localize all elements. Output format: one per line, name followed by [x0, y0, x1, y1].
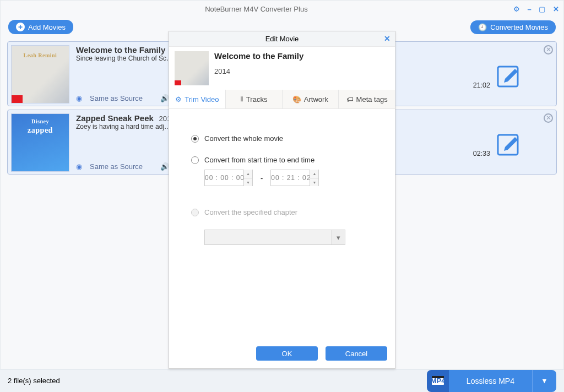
start-time-input[interactable]: 00 : 00 : 00 ▲ ▼ [204, 170, 253, 186]
minimize-icon[interactable]: – [528, 5, 532, 13]
format-icon: MP4 [427, 370, 449, 392]
end-time-input[interactable]: 00 : 21 : 02 ▲ ▼ [270, 170, 319, 186]
dialog-tabs: ⚙ Trim Video ⫴ Tracks 🎨 Artwork 🏷 Meta t… [169, 90, 395, 109]
thumb-text: Leah Remini [24, 52, 57, 58]
tab-meta-tags[interactable]: 🏷 Meta tags [339, 90, 395, 108]
converted-movies-button[interactable]: 🕘 Converted Movies [470, 20, 556, 34]
disc-icon: ◉ [76, 94, 82, 102]
selection-status: 2 file(s) selected [8, 377, 60, 385]
app-title: NoteBurner M4V Converter Plus [5, 5, 508, 13]
chapter-select-value [205, 230, 332, 244]
spinner-down-icon[interactable]: ▼ [243, 178, 252, 186]
radio-icon [191, 135, 199, 143]
dialog-movie-title: Welcome to the Family [214, 51, 303, 61]
chapter-select: ▾ [204, 230, 345, 245]
tab-label: Meta tags [356, 95, 388, 104]
movie-duration: 21:02 [473, 81, 490, 89]
ok-button[interactable]: OK [256, 346, 318, 361]
disc-icon: ◉ [76, 162, 82, 171]
settings-icon[interactable]: ⚙ [513, 5, 520, 13]
waveform-icon: ⫴ [240, 95, 243, 104]
card-actions: ✕ [465, 45, 553, 102]
edit-movie-button[interactable] [495, 130, 523, 160]
output-format-selector[interactable]: MP4 Lossless MP4 ▼ [427, 370, 556, 392]
dialog-thumbnail [175, 51, 209, 85]
palette-icon: 🎨 [292, 95, 301, 104]
output-setting: Same as Source [90, 162, 143, 171]
plus-icon: + [16, 23, 25, 31]
dialog-buttons: OK Cancel [256, 346, 387, 361]
tab-tracks[interactable]: ⫴ Tracks [226, 90, 283, 108]
spinner-up-icon[interactable]: ▲ [243, 170, 252, 178]
tab-label: Trim Video [185, 95, 219, 104]
tab-label: Tracks [246, 95, 268, 104]
dialog-movie-info: Welcome to the Family 2014 [169, 47, 395, 90]
thumb-text: Disney [31, 118, 49, 124]
movie-title: Welcome to the Family [76, 45, 165, 55]
option-label: Convert from start time to end time [204, 156, 314, 164]
edit-movie-dialog: Edit Movie ✕ Welcome to the Family 2014 … [169, 31, 395, 369]
start-time-value: 00 : 00 : 00 [205, 174, 243, 182]
audio-icon: 🔊 [160, 94, 169, 102]
option-time-range[interactable]: Convert from start time to end time [191, 156, 373, 164]
chevron-down-icon: ▾ [332, 230, 345, 244]
time-separator: - [261, 174, 263, 182]
tab-label: Artwork [304, 95, 328, 104]
add-movies-label: Add Movies [28, 23, 66, 31]
movie-thumbnail: Leah Remini [11, 45, 69, 104]
output-setting: Same as Source [90, 94, 143, 102]
window-controls: ⚙ – ▢ ✕ [508, 5, 559, 13]
remove-movie-button[interactable]: ✕ [544, 45, 553, 55]
option-chapter: Convert the specified chapter [191, 208, 373, 216]
dialog-title: Edit Movie [265, 35, 299, 43]
svg-text:MP4: MP4 [431, 377, 445, 385]
spinner-down-icon[interactable]: ▼ [310, 178, 318, 186]
tag-icon: 🏷 [346, 95, 354, 104]
end-time-value: 00 : 21 : 02 [271, 174, 310, 182]
dialog-movie-year: 2014 [214, 67, 303, 75]
gear-icon: ⚙ [175, 95, 182, 104]
tab-trim-video[interactable]: ⚙ Trim Video [169, 90, 226, 108]
movie-thumbnail: Disney zapped [11, 113, 69, 172]
spinner-up-icon[interactable]: ▲ [310, 170, 318, 178]
dialog-header: Edit Movie ✕ [169, 31, 395, 47]
tab-artwork[interactable]: 🎨 Artwork [283, 90, 339, 108]
option-label: Convert the whole movie [204, 134, 283, 143]
edit-movie-button[interactable] [495, 62, 523, 91]
footer: 2 file(s) selected MP4 Lossless MP4 ▼ [0, 369, 564, 392]
close-window-icon[interactable]: ✕ [553, 5, 559, 13]
radio-icon [191, 156, 199, 164]
movie-duration: 02:33 [473, 150, 490, 157]
clock-icon: 🕘 [478, 23, 487, 31]
remove-movie-button[interactable]: ✕ [544, 113, 553, 123]
title-bar: NoteBurner M4V Converter Plus ⚙ – ▢ ✕ [1, 1, 563, 17]
format-label: Lossless MP4 [449, 370, 532, 392]
cancel-button[interactable]: Cancel [326, 346, 387, 361]
time-range-inputs: 00 : 00 : 00 ▲ ▼ - 00 : 21 : 02 ▲ ▼ [204, 170, 373, 186]
option-label: Convert the specified chapter [204, 208, 297, 216]
converted-movies-label: Converted Movies [490, 23, 548, 31]
dialog-close-button[interactable]: ✕ [384, 34, 391, 43]
movie-title: Zapped Sneak Peek [76, 113, 154, 123]
dialog-body: Convert the whole movie Convert from sta… [169, 109, 395, 257]
maximize-icon[interactable]: ▢ [539, 5, 545, 13]
audio-icon: 🔊 [160, 162, 169, 171]
option-whole-movie[interactable]: Convert the whole movie [191, 134, 373, 143]
format-dropdown-arrow[interactable]: ▼ [532, 370, 556, 392]
radio-icon [191, 209, 199, 216]
card-actions: ✕ [465, 113, 553, 171]
add-movies-button[interactable]: + Add Movies [8, 20, 73, 34]
